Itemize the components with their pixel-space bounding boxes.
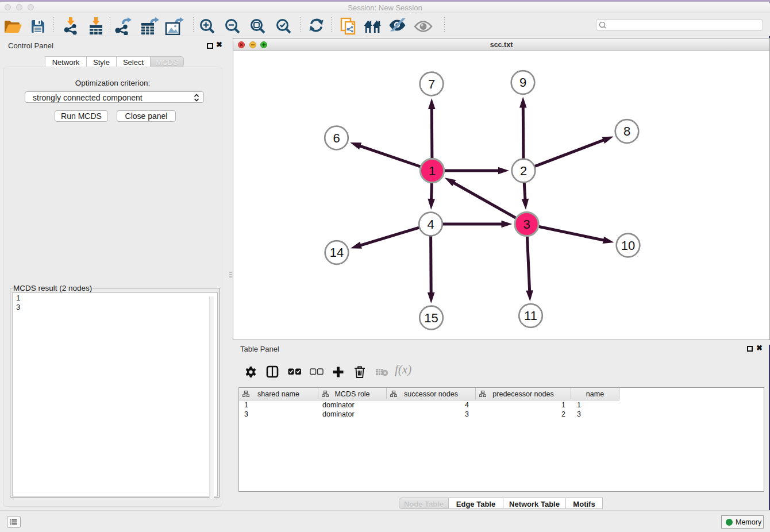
svg-text:6: 6 [333, 131, 340, 145]
svg-text:9: 9 [519, 75, 526, 90]
svg-text:3: 3 [523, 217, 530, 232]
svg-text:15: 15 [424, 311, 438, 325]
svg-text:14: 14 [330, 245, 344, 260]
svg-text:11: 11 [524, 309, 537, 323]
svg-text:10: 10 [621, 238, 635, 253]
svg-text:1: 1 [429, 164, 436, 178]
svg-text:8: 8 [623, 124, 630, 138]
svg-text:2: 2 [520, 164, 527, 178]
svg-text:4: 4 [427, 217, 434, 232]
svg-text:7: 7 [428, 77, 435, 91]
